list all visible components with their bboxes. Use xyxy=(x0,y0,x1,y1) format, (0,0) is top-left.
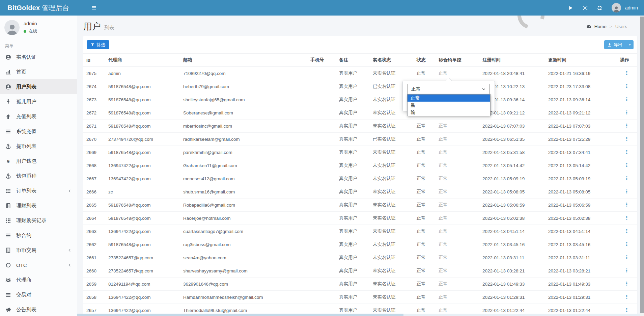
cell-id: 2672 xyxy=(83,106,105,120)
column-header-register-time: 注册时间 xyxy=(479,54,545,67)
row-actions-button[interactable] xyxy=(624,202,629,207)
sidebar-item-home[interactable]: 首页 xyxy=(0,64,77,79)
row-actions-button[interactable] xyxy=(624,84,629,88)
sidebar-toggle-button[interactable] xyxy=(91,5,97,10)
play-icon[interactable] xyxy=(568,5,573,10)
sidebar-item-finance-purchase-records[interactable]: 理财购买记录 xyxy=(0,213,77,228)
ellipsis-vertical-icon xyxy=(624,215,629,220)
cell-control[interactable]: 正常 xyxy=(435,133,479,146)
cell-actions xyxy=(611,159,637,172)
navbar-username[interactable]: admin xyxy=(625,5,638,10)
cell-control[interactable]: 正常 xyxy=(435,199,479,212)
row-actions-button[interactable] xyxy=(624,215,629,220)
row-actions-button[interactable] xyxy=(624,294,629,299)
control-select[interactable]: 正常 xyxy=(408,84,489,94)
row-actions-button[interactable] xyxy=(624,110,629,115)
cell-id: 2665 xyxy=(83,199,105,212)
navbar-actions: admin xyxy=(568,3,644,12)
row-actions-button[interactable] xyxy=(624,123,629,128)
sidebar-item-finance-list[interactable]: 理财列表 xyxy=(0,198,77,213)
export-split-button: 导出 xyxy=(604,40,634,49)
sidebar-item-system-deposit[interactable]: 系统充值 xyxy=(0,124,77,139)
sidebar-item-second-contract[interactable]: 秒合约 xyxy=(0,228,77,243)
row-actions-button[interactable] xyxy=(624,308,629,312)
cell-control[interactable]: 正常 xyxy=(435,159,479,172)
horizontal-scrollbar-thumb[interactable] xyxy=(77,314,403,316)
row-actions-button[interactable] xyxy=(624,136,629,141)
row-actions-button[interactable] xyxy=(624,281,629,286)
row-actions-button[interactable] xyxy=(624,97,629,102)
cell-control[interactable]: 正常 xyxy=(435,264,479,278)
row-actions-button[interactable] xyxy=(624,255,629,260)
select-option[interactable]: 正常 xyxy=(408,95,490,102)
sidebar-item-withdraw-list[interactable]: 提币列表 xyxy=(0,139,77,154)
cell-actions xyxy=(611,251,637,264)
cell-control[interactable]: 正常 xyxy=(435,172,479,185)
row-actions-button[interactable] xyxy=(624,71,629,75)
cell-kyc: 已实名认证 xyxy=(369,133,413,146)
cell-control[interactable]: 正常 xyxy=(435,225,479,238)
sidebar-item-deposit-list[interactable]: 充值列表 xyxy=(0,109,77,124)
cell-control[interactable]: 正常 xyxy=(435,185,479,199)
cell-id: 2675 xyxy=(83,67,105,80)
cell-agent: 136947422@qq.com xyxy=(105,291,180,304)
cell-actions xyxy=(611,199,637,212)
cell-remark: 真实用户 xyxy=(336,278,369,291)
cell-control[interactable]: 正常 xyxy=(435,278,479,291)
sidebar-item-user-wallet[interactable]: 用户钱包 xyxy=(0,154,77,168)
sidebar-item-real-name-auth[interactable]: 实名认证 xyxy=(0,50,77,64)
cell-actions xyxy=(611,133,637,146)
sidebar-item-announcement-list[interactable]: 公告列表 xyxy=(0,302,77,316)
sidebar-item-wallet-coins[interactable]: 钱包币种 xyxy=(0,168,77,183)
row-actions-button[interactable] xyxy=(624,229,629,233)
sidebar-item-trading-pairs[interactable]: 交易对 xyxy=(0,287,77,302)
table-row: 2669591876548@qq.comparekhmihir@gmail.co… xyxy=(83,146,637,159)
row-actions-button[interactable] xyxy=(624,268,629,273)
cell-control[interactable]: 正常 xyxy=(435,212,479,225)
refresh-icon[interactable] xyxy=(597,5,602,10)
sidebar-item-order-list[interactable]: 订单列表 xyxy=(0,183,77,198)
sidebar-item-orphan-users[interactable]: 孤儿用户 xyxy=(0,94,77,109)
export-dropdown-toggle[interactable] xyxy=(626,40,634,49)
filter-button[interactable]: 筛选 xyxy=(87,40,109,49)
online-status: 在线 xyxy=(24,28,37,34)
export-button[interactable]: 导出 xyxy=(604,40,626,49)
sidebar-item-coin-trade[interactable]: 币币交易 xyxy=(0,243,77,258)
sidebar-item-user-list[interactable]: 用户列表 xyxy=(0,79,77,94)
breadcrumb-home[interactable]: Home xyxy=(594,24,607,29)
column-header-status: 状态 xyxy=(413,54,435,67)
cell-control[interactable]: 正常 xyxy=(435,291,479,304)
vertical-scrollbar-thumb[interactable] xyxy=(640,17,644,313)
fullscreen-icon[interactable] xyxy=(583,5,588,10)
cell-updated: 2022-01-13 09:21:12 xyxy=(545,106,611,120)
row-actions-button[interactable] xyxy=(624,163,629,167)
cell-email: Hamdanmohammedsheikh@gmail.com xyxy=(180,291,307,304)
cell-email: shub.srma16@gmail.com xyxy=(180,185,307,199)
cell-control[interactable]: 正常 xyxy=(435,251,479,264)
chevron-down-icon xyxy=(482,87,486,91)
cell-phone xyxy=(307,146,336,159)
sidebar-item-agents[interactable]: 代理商 xyxy=(0,272,77,287)
cell-status: 正常 xyxy=(413,199,435,212)
row-actions-button[interactable] xyxy=(624,242,629,246)
select-option[interactable]: 输 xyxy=(408,109,490,116)
cell-control[interactable]: 正常 xyxy=(435,120,479,133)
cell-phone xyxy=(307,93,336,106)
cell-email: meneses412@gmail.com xyxy=(180,172,307,185)
cell-kyc: 未实名认证 xyxy=(369,251,413,264)
ellipsis-vertical-icon xyxy=(624,84,629,88)
navbar-avatar[interactable] xyxy=(612,3,621,12)
cell-actions xyxy=(611,106,637,120)
select-option[interactable]: 赢 xyxy=(408,102,490,109)
row-actions-button[interactable] xyxy=(624,189,629,194)
sidebar-menu: 实名认证首页用户列表孤儿用户充值列表系统充值提币列表用户钱包钱包币种订单列表理财… xyxy=(0,50,77,316)
cell-control[interactable]: 正常 xyxy=(435,238,479,251)
row-actions-button[interactable] xyxy=(624,176,629,181)
sidebar-item-otc[interactable]: OTC xyxy=(0,258,77,272)
brand-logo[interactable]: BitGoldex管理后台 xyxy=(0,3,84,12)
row-actions-button[interactable] xyxy=(624,150,629,154)
cell-control[interactable]: 正常 xyxy=(435,146,479,159)
ellipsis-vertical-icon xyxy=(624,136,629,141)
cell-id: 2666 xyxy=(83,185,105,199)
cell-control[interactable]: 正常 xyxy=(435,67,479,80)
